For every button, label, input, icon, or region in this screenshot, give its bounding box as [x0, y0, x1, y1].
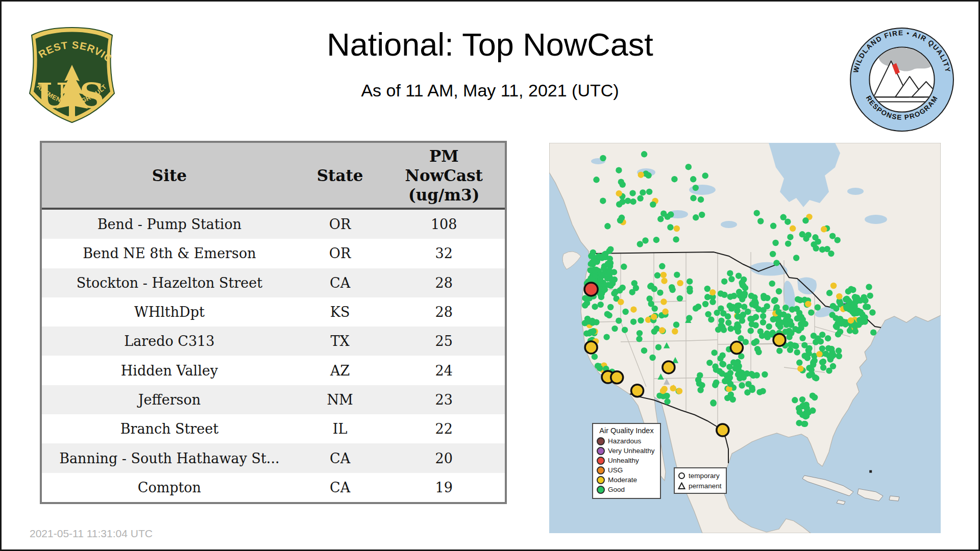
monitor-dot: [664, 398, 670, 405]
monitor-dot: [740, 283, 746, 289]
aqi-color-dot-icon: [597, 437, 605, 445]
monitor-dot: [598, 294, 604, 300]
monitor-dot: [829, 354, 835, 360]
table-cell: Hidden Valley: [42, 363, 297, 379]
monitor-dot: [629, 289, 635, 295]
col-header-pm-line1: PM: [429, 146, 459, 166]
monitor-dot: [789, 307, 795, 313]
monitor-dot: [648, 283, 654, 289]
table-cell: WHlthDpt: [42, 304, 297, 320]
temporary-circle-icon: [678, 472, 685, 480]
monitor-dot: [810, 359, 816, 365]
table-cell: Branch Street: [42, 421, 297, 437]
monitor-dot: [660, 211, 667, 217]
monitor-dot: [618, 299, 624, 305]
monitor-dot: [590, 328, 596, 334]
monitor-dot: [662, 386, 668, 392]
table-cell: CA: [297, 275, 383, 291]
monitor-dot: [657, 216, 664, 222]
monitor-dot: [848, 286, 854, 292]
monitor-dot: [830, 283, 837, 289]
monitor-dot: [776, 347, 782, 354]
table-row: Bend NE 8th & EmersonOR32: [42, 239, 505, 268]
aqi-legend-item: Good: [597, 485, 656, 494]
monitor-dot: [808, 366, 814, 372]
monitor-dot: [638, 172, 644, 178]
monitor-dot: [605, 261, 611, 267]
monitor-dot: [621, 264, 627, 270]
monitor-dot: [769, 281, 775, 287]
monitor-dot: [766, 323, 772, 330]
monitor-dot: [674, 271, 680, 278]
aqi-legend-label: Very Unhealthy: [608, 447, 655, 455]
table-cell: 22: [383, 421, 505, 437]
monitor-dot: [600, 155, 606, 161]
monitor-dot: [698, 196, 704, 203]
table-cell: AZ: [297, 363, 383, 379]
monitor-dot: [782, 305, 789, 311]
monitor-dot: [792, 342, 798, 348]
monitor-dot: [711, 349, 717, 356]
monitor-dot: [810, 408, 816, 414]
monitor-dot: [735, 367, 741, 373]
monitor-dot: [725, 320, 731, 326]
monitor-dot: [719, 324, 725, 330]
monitor-dot: [754, 210, 760, 216]
aqi-legend: Air Quality Index HazardousVery Unhealth…: [592, 423, 661, 499]
table-cell: Jefferson: [42, 392, 297, 408]
monitor-dot: [640, 189, 646, 195]
monitor-dot: [642, 237, 648, 243]
monitor-dot: [710, 400, 717, 406]
table-header-row: Site State PM NowCast (ug/m3): [42, 143, 505, 210]
aqi-legend-label: Good: [608, 486, 625, 493]
monitor-dot: [690, 176, 696, 182]
monitor-dot: [592, 304, 598, 310]
monitor-dot: [660, 272, 667, 278]
table-cell: Laredo C313: [42, 333, 297, 349]
table-row: Bend - Pump StationOR108: [42, 210, 505, 239]
island-point: [869, 470, 872, 473]
monitor-dot: [830, 303, 836, 309]
monitor-dot: [829, 233, 836, 239]
monitor-dot: [795, 296, 801, 302]
table-row: Stockton - Hazelton StreetCA28: [42, 268, 505, 297]
aqi-color-dot-icon: [597, 457, 605, 465]
permanent-triangle-icon: [678, 482, 685, 490]
monitor-dot: [854, 310, 860, 316]
table-cell: IL: [297, 421, 383, 437]
wfaqrp-logo-icon: WILDLAND FIRE • AIR QUALITY RESPONSE PRO…: [848, 25, 956, 134]
monitor-dot: [659, 263, 665, 269]
monitor-dot: [651, 329, 657, 335]
monitor-dot: [739, 382, 745, 388]
aqi-legend-items: HazardousVery UnhealthyUnhealthyUSGModer…: [597, 436, 656, 494]
monitor-dot: [699, 212, 705, 218]
table-cell: 20: [383, 450, 505, 466]
monitor-dot: [584, 316, 591, 322]
monitor-dot: [741, 304, 747, 310]
table-cell: KS: [297, 304, 383, 320]
monitor-dot: [792, 397, 798, 403]
monitor-dot: [813, 245, 819, 252]
monitor-dot: [760, 388, 766, 394]
monitor-dot: [721, 279, 727, 285]
monitor-dot: [812, 234, 818, 240]
table-row: JeffersonNM23: [42, 385, 505, 414]
monitor-dot: [869, 309, 875, 315]
monitor-dot: [728, 276, 734, 282]
monitor-dot: [618, 179, 624, 185]
monitor-dot: [806, 345, 812, 351]
table-cell: Bend NE 8th & Emerson: [42, 245, 297, 261]
monitor-dot: [834, 324, 840, 330]
aqi-legend-label: USG: [608, 466, 623, 474]
top-site-marker: [663, 361, 675, 373]
table-cell: 28: [383, 304, 505, 320]
monitor-dot: [654, 272, 660, 279]
aqi-color-dot-icon: [597, 447, 605, 455]
monitor-dot: [775, 309, 781, 315]
top-site-marker: [585, 341, 597, 354]
table-row: Banning - South Hathaway St...CA20: [42, 443, 505, 472]
top-site-marker: [773, 334, 786, 346]
monitor-dot: [770, 223, 776, 229]
top-site-marker: [717, 424, 729, 436]
monitor-dot: [730, 396, 736, 403]
